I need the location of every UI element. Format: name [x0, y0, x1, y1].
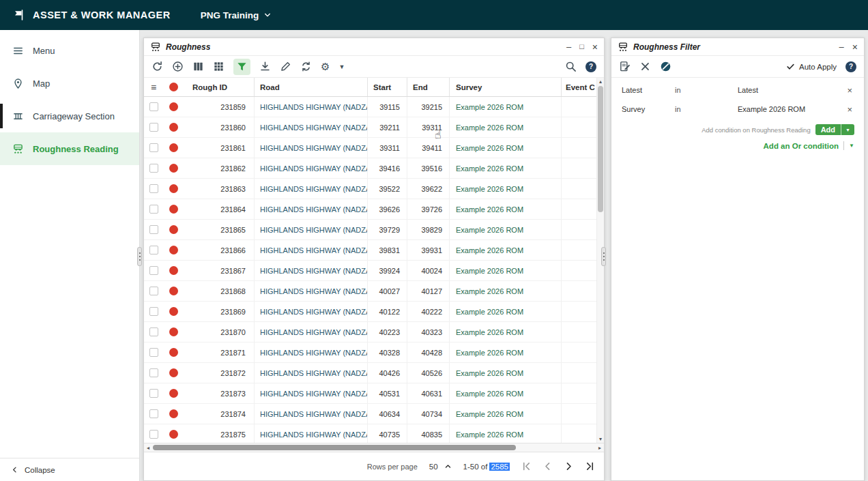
survey-cell[interactable]: Example 2026 ROM: [450, 322, 562, 342]
end-cell[interactable]: 40222: [407, 302, 450, 321]
add-or-condition-row[interactable]: Add an Or condition ▼: [611, 136, 864, 155]
rough-id-cell[interactable]: 231873: [184, 383, 255, 403]
edit-icon[interactable]: [280, 61, 291, 72]
road-cell[interactable]: HIGHLANDS HIGHWAY (NADZAB ...: [255, 158, 368, 178]
rough-id-cell[interactable]: 231874: [184, 404, 255, 424]
rough-id-cell[interactable]: 231872: [184, 363, 255, 383]
sync-icon[interactable]: [300, 61, 312, 72]
table-row[interactable]: 231867 HIGHLANDS HIGHWAY (NADZAB ... 399…: [144, 261, 604, 281]
close-icon[interactable]: ×: [592, 42, 598, 52]
help-icon[interactable]: ?: [585, 61, 596, 72]
rough-id-cell[interactable]: 231859: [184, 97, 255, 117]
road-cell[interactable]: HIGHLANDS HIGHWAY (NADZAB ...: [255, 261, 368, 280]
survey-cell[interactable]: Example 2026 ROM: [450, 220, 562, 239]
remove-condition-icon[interactable]: ×: [845, 85, 854, 96]
start-cell[interactable]: 39626: [368, 199, 407, 219]
refresh-icon[interactable]: [151, 61, 163, 72]
add-caret-down-icon[interactable]: ▼: [841, 124, 854, 135]
end-cell[interactable]: 40024: [407, 261, 450, 280]
road-cell[interactable]: HIGHLANDS HIGHWAY (NADZAB ...: [255, 363, 368, 383]
minimize-icon[interactable]: –: [839, 42, 844, 51]
row-checkbox[interactable]: [149, 164, 158, 173]
end-cell[interactable]: 40428: [407, 342, 450, 362]
download-icon[interactable]: [259, 61, 271, 72]
start-cell[interactable]: 40328: [368, 342, 407, 362]
row-checkbox[interactable]: [149, 327, 158, 336]
end-cell[interactable]: 40127: [407, 281, 450, 301]
rough-id-cell[interactable]: 231863: [184, 179, 255, 199]
start-cell[interactable]: 40531: [368, 383, 407, 403]
rough-id-cell[interactable]: 231862: [184, 158, 255, 178]
road-cell[interactable]: HIGHLANDS HIGHWAY (NADZAB ...: [255, 281, 368, 301]
start-cell[interactable]: 39831: [368, 240, 407, 260]
columns-icon[interactable]: [192, 61, 204, 72]
column-header-rough-id[interactable]: Rough ID: [184, 78, 255, 96]
row-menu-icon[interactable]: ≡: [151, 82, 156, 93]
caret-down-icon[interactable]: ▼: [338, 63, 347, 70]
or-caret-down-icon[interactable]: ▼: [849, 143, 854, 149]
sidebar-item-menu[interactable]: Menu: [0, 34, 139, 67]
scroll-right-icon[interactable]: ▸: [596, 443, 604, 452]
column-header-survey[interactable]: Survey: [450, 78, 562, 96]
start-cell[interactable]: 39416: [368, 158, 407, 178]
survey-cell[interactable]: Example 2026 ROM: [450, 363, 562, 383]
start-cell[interactable]: 40634: [368, 404, 407, 424]
row-checkbox[interactable]: [149, 368, 158, 377]
start-cell[interactable]: 39211: [368, 117, 407, 137]
grid-icon[interactable]: [213, 61, 225, 72]
survey-cell[interactable]: Example 2026 ROM: [450, 383, 562, 403]
row-checkbox[interactable]: [149, 184, 158, 193]
previous-page-icon[interactable]: [542, 461, 553, 471]
road-cell[interactable]: HIGHLANDS HIGHWAY (NADZAB ...: [255, 424, 368, 443]
road-cell[interactable]: HIGHLANDS HIGHWAY (NADZAB ...: [255, 383, 368, 403]
minimize-icon[interactable]: –: [566, 42, 571, 51]
table-row[interactable]: 231865 HIGHLANDS HIGHWAY (NADZAB ... 397…: [144, 220, 604, 240]
table-row[interactable]: 231871 HIGHLANDS HIGHWAY (NADZAB ... 403…: [144, 342, 604, 363]
table-row[interactable]: 231872 HIGHLANDS HIGHWAY (NADZAB ... 404…: [144, 363, 604, 383]
table-row[interactable]: 231869 HIGHLANDS HIGHWAY (NADZAB ... 401…: [144, 302, 604, 322]
table-row[interactable]: 231868 HIGHLANDS HIGHWAY (NADZAB ... 400…: [144, 281, 604, 302]
resize-handle-right[interactable]: [601, 247, 606, 266]
survey-cell[interactable]: Example 2026 ROM: [450, 404, 562, 424]
environment-dropdown[interactable]: PNG Training: [201, 10, 272, 20]
sidebar-item-roughness-reading[interactable]: Roughness Reading: [0, 132, 139, 165]
first-page-icon[interactable]: [521, 461, 532, 471]
survey-cell[interactable]: Example 2026 ROM: [450, 117, 562, 137]
add-button-label[interactable]: Add: [815, 124, 841, 135]
survey-cell[interactable]: Example 2026 ROM: [450, 158, 562, 178]
row-checkbox[interactable]: [149, 143, 158, 152]
survey-cell[interactable]: Example 2026 ROM: [450, 179, 562, 199]
scroll-down-icon[interactable]: ▾: [597, 436, 604, 442]
start-cell[interactable]: 40122: [368, 302, 407, 321]
collapse-sidebar-button[interactable]: Collapse: [0, 458, 139, 481]
table-row[interactable]: 231874 HIGHLANDS HIGHWAY (NADZAB ... 406…: [144, 404, 604, 424]
maximize-icon[interactable]: □: [579, 43, 584, 50]
horizontal-scroll-thumb[interactable]: [153, 445, 516, 450]
end-cell[interactable]: 39516: [407, 158, 450, 178]
circle-slash-icon[interactable]: [660, 61, 671, 72]
start-cell[interactable]: 39311: [368, 138, 407, 158]
column-header-road[interactable]: Road: [255, 78, 368, 96]
row-checkbox[interactable]: [149, 307, 158, 316]
survey-cell[interactable]: Example 2026 ROM: [450, 281, 562, 301]
table-row[interactable]: 231875 HIGHLANDS HIGHWAY (NADZAB ... 407…: [144, 424, 604, 443]
road-cell[interactable]: HIGHLANDS HIGHWAY (NADZAB ...: [255, 97, 368, 117]
row-checkbox[interactable]: [149, 430, 158, 439]
road-cell[interactable]: HIGHLANDS HIGHWAY (NADZAB ...: [255, 179, 368, 199]
filter-icon[interactable]: [233, 59, 250, 75]
help-icon[interactable]: ?: [845, 61, 856, 72]
remove-condition-icon[interactable]: ×: [845, 104, 854, 115]
table-row[interactable]: 231859 HIGHLANDS HIGHWAY (NADZAB ... 391…: [144, 97, 604, 117]
survey-cell[interactable]: Example 2026 ROM: [450, 138, 562, 158]
road-cell[interactable]: HIGHLANDS HIGHWAY (NADZAB ...: [255, 404, 368, 424]
table-row[interactable]: 231862 HIGHLANDS HIGHWAY (NADZAB ... 394…: [144, 158, 604, 179]
road-cell[interactable]: HIGHLANDS HIGHWAY (NADZAB ...: [255, 199, 368, 219]
start-cell[interactable]: 40027: [368, 281, 407, 301]
end-cell[interactable]: 39311: [407, 117, 450, 137]
rows-per-page-select[interactable]: 50: [429, 463, 452, 471]
row-checkbox[interactable]: [149, 409, 158, 418]
sidebar-item-carriageway-section[interactable]: Carriageway Section: [0, 100, 139, 132]
horizontal-scrollbar[interactable]: ◂ ▸: [144, 443, 604, 452]
row-checkbox[interactable]: [149, 246, 158, 254]
edit-document-icon[interactable]: [619, 61, 631, 72]
